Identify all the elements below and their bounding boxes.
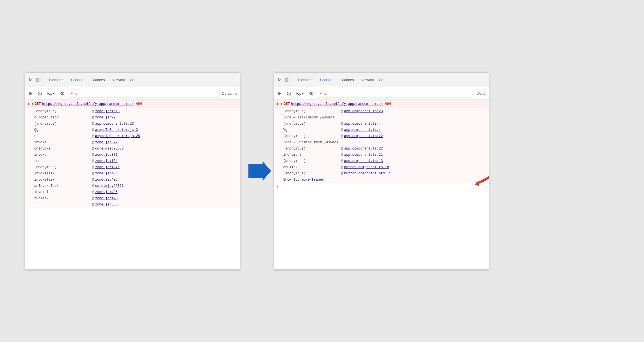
prompt-chevron: › (276, 185, 279, 189)
error-url-left[interactable]: https://ng-devtools.netlify.app/random-n… (42, 102, 134, 106)
stack-link[interactable]: app.component.ts:4 (344, 122, 381, 126)
error-url-right[interactable]: https://ng-devtools.netlify.app/random-n… (291, 102, 383, 106)
tab-elements-left[interactable]: Elements (46, 73, 68, 87)
left-tab-bar: Elements Console Sources Network >> (25, 73, 240, 87)
svg-line-4 (39, 92, 41, 95)
stack-row: (anonymous) @ zone.js:1518 (25, 108, 240, 114)
async-label-2: Zone — Promise.then (async) (274, 139, 489, 146)
stack-link[interactable]: zone.js:134 (95, 159, 117, 163)
stack-row: (anonymous) @ app.component.ts:22 (274, 146, 489, 152)
stack-link[interactable]: zone.js:973 (95, 116, 117, 120)
stack-link[interactable]: core.mjs:26367 (95, 184, 124, 188)
svg-rect-0 (37, 79, 39, 81)
stack-link[interactable]: zone.js:405 (95, 178, 117, 182)
right-error-row: ● ▼ GET https://ng-devtools.netlify.app/… (274, 100, 489, 108)
stack-link[interactable]: asyncToGenerator.js:25 (95, 134, 140, 138)
stack-link[interactable]: zone.js:585 (95, 203, 117, 207)
tab-network-left[interactable]: Network (108, 73, 129, 87)
stack-link[interactable]: app.component.ts:21 (344, 153, 383, 157)
stack-row: increment @ app.component.ts:21 (274, 152, 489, 158)
async-label: Zone — setTimeout (async) (274, 114, 489, 121)
dropdown-arrow-left: ▾ (53, 91, 55, 96)
left-stack-frames: (anonymous) @ zone.js:1518 o.<computed> … (25, 108, 240, 208)
stack-link[interactable]: app.component.ts:23 (95, 122, 134, 126)
context-selector-right[interactable]: top ▾ (295, 91, 306, 96)
cursor-icon-right[interactable] (276, 77, 282, 83)
left-toolbar: top ▾ Default le (25, 87, 240, 100)
expand-triangle-left[interactable]: ▼ (31, 102, 33, 106)
stack-link[interactable]: app.component.ts:13 (344, 159, 383, 163)
left-console-content: ● ▼ GET https://ng-devtools.netlify.app/… (25, 100, 240, 269)
stack-link[interactable]: app.component.ts:4 (344, 128, 381, 132)
context-selector-left[interactable]: top ▾ (46, 91, 57, 96)
right-toolbar: top ▾ Defau (274, 87, 489, 100)
stack-row: onInvoke @ core.mjs:26380 (25, 146, 240, 152)
stack-link[interactable]: zone.js:178 (95, 196, 117, 200)
stack-row: _ @ zone.js:585 (25, 202, 240, 208)
stack-row: (anonymous) @ button.component.html:1 (274, 170, 489, 177)
stack-row: (anonymous) @ app.component.ts:4 (274, 121, 489, 127)
stack-row: o.<computed> @ zone.js:973 (25, 114, 240, 121)
stack-link[interactable]: button.component.ts:18 (344, 165, 389, 169)
stack-row: invoke @ zone.js:372 (25, 139, 240, 146)
svg-point-14 (311, 93, 312, 94)
device-icon-right[interactable] (284, 77, 290, 83)
stack-link[interactable]: app.component.ts:22 (344, 134, 383, 138)
stack-row: Qg @ asyncToGenerator.js:3 (25, 127, 240, 133)
stack-row: run @ zone.js:134 (25, 158, 240, 164)
stack-row: (anonymous) @ app.component.ts:23 (25, 121, 240, 127)
stack-row: invokeTask @ zone.js:405 (25, 189, 240, 195)
tab-console-right[interactable]: Console (317, 73, 337, 87)
right-devtools-panel: Elements Console Sources Network >> (274, 72, 489, 270)
stack-link[interactable]: app.component.ts:23 (344, 109, 383, 113)
svg-point-6 (62, 93, 63, 94)
clear-btn-right[interactable] (285, 90, 292, 97)
right-stack-frames: (anonymous) @ app.component.ts:23 Zone —… (274, 108, 489, 183)
tab-network-right[interactable]: Network (357, 73, 378, 87)
stack-row: invokeTask @ zone.js:406 (25, 170, 240, 177)
clear-btn[interactable] (37, 90, 43, 97)
tab-more-right[interactable]: >> (379, 78, 383, 82)
stack-link[interactable]: zone.js:1518 (95, 109, 119, 113)
stack-row: onClick @ button.component.ts:18 (274, 164, 489, 170)
left-error-row: ● ▼ GET https://ng-devtools.netlify.app/… (25, 100, 240, 108)
eye-btn-right[interactable] (308, 90, 315, 97)
stack-row: runTask @ zone.js:178 (25, 195, 240, 202)
stack-link[interactable]: zone.js:1275 (95, 165, 119, 169)
stack-link[interactable]: app.component.ts:22 (344, 147, 383, 151)
show-more-frames[interactable]: Show 156 more frames (274, 177, 489, 183)
svg-marker-10 (278, 92, 281, 95)
stack-link[interactable]: core.mjs:26380 (95, 147, 124, 151)
tab-elements-right[interactable]: Elements (295, 73, 317, 87)
stack-link[interactable]: asyncToGenerator.js:3 (95, 128, 138, 132)
tab-sources-right[interactable]: Sources (337, 73, 357, 87)
stack-link[interactable]: zone.js:371 (95, 153, 117, 157)
default-label-right: Defau (476, 91, 486, 96)
svg-marker-7 (248, 161, 271, 181)
tab-sources-left[interactable]: Sources (88, 73, 108, 87)
cursor-icon[interactable] (27, 77, 33, 83)
device-icon[interactable] (35, 77, 41, 83)
filter-input-left[interactable] (68, 90, 220, 98)
svg-line-12 (288, 92, 290, 95)
svg-rect-8 (285, 79, 288, 81)
tab-console-left[interactable]: Console (68, 73, 88, 87)
dropdown-arrow-right: ▾ (302, 91, 304, 96)
stack-row: Yg @ app.component.ts:4 (274, 127, 489, 133)
expand-triangle-right[interactable]: ▼ (280, 102, 282, 106)
stack-link[interactable]: zone.js:372 (95, 140, 117, 144)
stack-link[interactable]: zone.js:406 (95, 172, 117, 176)
execute-btn-right[interactable] (276, 90, 283, 97)
eye-btn-left[interactable] (59, 90, 66, 97)
stack-row: (anonymous) @ app.component.ts:22 (274, 133, 489, 139)
execute-btn[interactable] (27, 90, 34, 97)
svg-marker-2 (29, 92, 32, 95)
tab-more-left[interactable]: >> (130, 78, 134, 82)
left-devtools-panel: Elements Console Sources Network >> (25, 72, 240, 270)
filter-input-right[interactable] (317, 90, 474, 98)
svg-rect-1 (39, 79, 40, 81)
error-circle-icon: ● (27, 102, 30, 106)
stack-link[interactable]: zone.js:405 (95, 190, 117, 194)
stack-row: invokeTask @ zone.js:405 (25, 177, 240, 183)
stack-link[interactable]: button.component.html:1 (344, 172, 391, 176)
